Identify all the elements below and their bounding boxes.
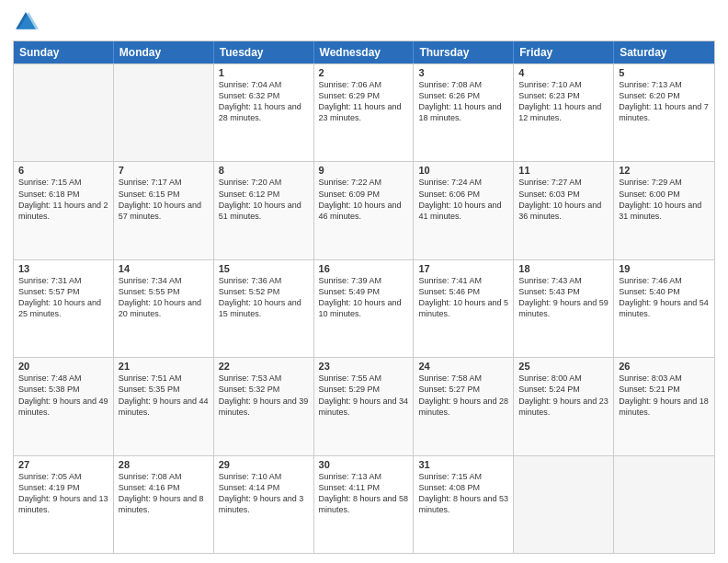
day-info: Sunrise: 7:43 AM Sunset: 5:43 PM Dayligh… <box>518 275 609 320</box>
day-info: Sunrise: 7:41 AM Sunset: 5:46 PM Dayligh… <box>418 275 508 320</box>
day-number: 6 <box>18 165 108 176</box>
day-number: 22 <box>219 361 309 372</box>
calendar-row: 6Sunrise: 7:15 AM Sunset: 6:18 PM Daylig… <box>14 161 714 259</box>
day-number: 4 <box>518 67 609 78</box>
day-cell-29: 29Sunrise: 7:10 AM Sunset: 4:14 PM Dayli… <box>214 456 314 553</box>
day-info: Sunrise: 7:22 AM Sunset: 6:09 PM Dayligh… <box>319 177 409 222</box>
day-number: 16 <box>319 263 409 274</box>
day-cell-6: 6Sunrise: 7:15 AM Sunset: 6:18 PM Daylig… <box>14 162 114 259</box>
day-number: 31 <box>418 459 508 470</box>
day-cell-17: 17Sunrise: 7:41 AM Sunset: 5:46 PM Dayli… <box>414 260 514 357</box>
day-number: 27 <box>18 459 108 470</box>
day-cell-30: 30Sunrise: 7:13 AM Sunset: 4:11 PM Dayli… <box>314 456 415 553</box>
day-info: Sunrise: 7:39 AM Sunset: 5:49 PM Dayligh… <box>319 275 409 320</box>
day-info: Sunrise: 7:10 AM Sunset: 6:23 PM Dayligh… <box>518 79 609 124</box>
day-info: Sunrise: 7:04 AM Sunset: 6:32 PM Dayligh… <box>219 79 309 124</box>
day-info: Sunrise: 7:15 AM Sunset: 4:08 PM Dayligh… <box>418 471 508 516</box>
day-number: 30 <box>319 459 409 470</box>
empty-cell <box>614 456 714 553</box>
day-number: 21 <box>119 361 209 372</box>
day-number: 2 <box>319 67 409 78</box>
day-number: 5 <box>619 67 710 78</box>
day-cell-23: 23Sunrise: 7:55 AM Sunset: 5:29 PM Dayli… <box>314 358 415 454</box>
day-info: Sunrise: 7:58 AM Sunset: 5:27 PM Dayligh… <box>418 373 508 418</box>
day-cell-26: 26Sunrise: 8:03 AM Sunset: 5:21 PM Dayli… <box>614 358 714 454</box>
day-number: 15 <box>219 263 309 274</box>
day-number: 26 <box>619 361 710 372</box>
day-number: 9 <box>319 165 409 176</box>
empty-cell <box>514 456 614 553</box>
day-cell-19: 19Sunrise: 7:46 AM Sunset: 5:40 PM Dayli… <box>614 260 714 357</box>
day-number: 17 <box>418 263 508 274</box>
day-cell-27: 27Sunrise: 7:05 AM Sunset: 4:19 PM Dayli… <box>14 456 114 553</box>
day-number: 25 <box>518 361 609 372</box>
day-number: 23 <box>319 361 409 372</box>
day-cell-2: 2Sunrise: 7:06 AM Sunset: 6:29 PM Daylig… <box>314 64 415 161</box>
day-number: 11 <box>518 165 609 176</box>
day-info: Sunrise: 7:29 AM Sunset: 6:00 PM Dayligh… <box>619 177 710 222</box>
day-info: Sunrise: 7:15 AM Sunset: 6:18 PM Dayligh… <box>18 177 108 222</box>
day-cell-13: 13Sunrise: 7:31 AM Sunset: 5:57 PM Dayli… <box>14 260 114 357</box>
day-cell-12: 12Sunrise: 7:29 AM Sunset: 6:00 PM Dayli… <box>614 162 714 259</box>
day-number: 19 <box>619 263 710 274</box>
calendar-row: 13Sunrise: 7:31 AM Sunset: 5:57 PM Dayli… <box>14 259 714 357</box>
day-cell-11: 11Sunrise: 7:27 AM Sunset: 6:03 PM Dayli… <box>514 162 614 259</box>
day-cell-1: 1Sunrise: 7:04 AM Sunset: 6:32 PM Daylig… <box>214 64 314 161</box>
day-cell-5: 5Sunrise: 7:13 AM Sunset: 6:20 PM Daylig… <box>614 64 714 161</box>
day-cell-4: 4Sunrise: 7:10 AM Sunset: 6:23 PM Daylig… <box>514 64 614 161</box>
day-info: Sunrise: 7:13 AM Sunset: 4:11 PM Dayligh… <box>319 471 409 516</box>
day-header-monday: Monday <box>114 41 214 63</box>
day-info: Sunrise: 7:34 AM Sunset: 5:55 PM Dayligh… <box>119 275 209 320</box>
day-info: Sunrise: 7:06 AM Sunset: 6:29 PM Dayligh… <box>319 79 409 124</box>
day-cell-7: 7Sunrise: 7:17 AM Sunset: 6:15 PM Daylig… <box>114 162 214 259</box>
day-number: 1 <box>219 67 309 78</box>
day-cell-24: 24Sunrise: 7:58 AM Sunset: 5:27 PM Dayli… <box>414 358 514 454</box>
day-number: 13 <box>18 263 108 274</box>
day-header-tuesday: Tuesday <box>214 41 314 63</box>
day-info: Sunrise: 7:31 AM Sunset: 5:57 PM Dayligh… <box>18 275 108 320</box>
day-cell-3: 3Sunrise: 7:08 AM Sunset: 6:26 PM Daylig… <box>414 64 514 161</box>
day-header-wednesday: Wednesday <box>314 41 415 63</box>
day-info: Sunrise: 7:20 AM Sunset: 6:12 PM Dayligh… <box>219 177 309 222</box>
calendar-row: 1Sunrise: 7:04 AM Sunset: 6:32 PM Daylig… <box>14 63 714 161</box>
day-number: 8 <box>219 165 309 176</box>
day-cell-9: 9Sunrise: 7:22 AM Sunset: 6:09 PM Daylig… <box>314 162 415 259</box>
empty-cell <box>114 64 214 161</box>
calendar-body: 1Sunrise: 7:04 AM Sunset: 6:32 PM Daylig… <box>14 63 714 553</box>
day-cell-14: 14Sunrise: 7:34 AM Sunset: 5:55 PM Dayli… <box>114 260 214 357</box>
day-number: 24 <box>418 361 508 372</box>
day-info: Sunrise: 7:27 AM Sunset: 6:03 PM Dayligh… <box>518 177 609 222</box>
empty-cell <box>14 64 114 161</box>
day-number: 28 <box>119 459 209 470</box>
header <box>13 9 715 35</box>
logo-icon <box>13 9 39 35</box>
day-info: Sunrise: 7:05 AM Sunset: 4:19 PM Dayligh… <box>18 471 108 516</box>
day-cell-28: 28Sunrise: 7:08 AM Sunset: 4:16 PM Dayli… <box>114 456 214 553</box>
day-info: Sunrise: 7:55 AM Sunset: 5:29 PM Dayligh… <box>319 373 409 418</box>
day-cell-21: 21Sunrise: 7:51 AM Sunset: 5:35 PM Dayli… <box>114 358 214 454</box>
day-number: 29 <box>219 459 309 470</box>
day-info: Sunrise: 7:08 AM Sunset: 4:16 PM Dayligh… <box>119 471 209 516</box>
day-info: Sunrise: 7:51 AM Sunset: 5:35 PM Dayligh… <box>119 373 209 418</box>
day-number: 10 <box>418 165 508 176</box>
day-header-friday: Friday <box>514 41 614 63</box>
calendar: SundayMondayTuesdayWednesdayThursdayFrid… <box>13 40 715 554</box>
day-cell-22: 22Sunrise: 7:53 AM Sunset: 5:32 PM Dayli… <box>214 358 314 454</box>
day-cell-15: 15Sunrise: 7:36 AM Sunset: 5:52 PM Dayli… <box>214 260 314 357</box>
day-number: 20 <box>18 361 108 372</box>
day-cell-18: 18Sunrise: 7:43 AM Sunset: 5:43 PM Dayli… <box>514 260 614 357</box>
day-info: Sunrise: 7:48 AM Sunset: 5:38 PM Dayligh… <box>18 373 108 418</box>
day-info: Sunrise: 8:03 AM Sunset: 5:21 PM Dayligh… <box>619 373 710 418</box>
day-cell-31: 31Sunrise: 7:15 AM Sunset: 4:08 PM Dayli… <box>414 456 514 553</box>
day-info: Sunrise: 7:17 AM Sunset: 6:15 PM Dayligh… <box>119 177 209 222</box>
day-cell-20: 20Sunrise: 7:48 AM Sunset: 5:38 PM Dayli… <box>14 358 114 454</box>
day-header-saturday: Saturday <box>614 41 714 63</box>
logo <box>13 9 42 35</box>
day-cell-16: 16Sunrise: 7:39 AM Sunset: 5:49 PM Dayli… <box>314 260 415 357</box>
day-info: Sunrise: 7:46 AM Sunset: 5:40 PM Dayligh… <box>619 275 710 320</box>
day-cell-25: 25Sunrise: 8:00 AM Sunset: 5:24 PM Dayli… <box>514 358 614 454</box>
day-number: 12 <box>619 165 710 176</box>
day-info: Sunrise: 8:00 AM Sunset: 5:24 PM Dayligh… <box>518 373 609 418</box>
day-info: Sunrise: 7:24 AM Sunset: 6:06 PM Dayligh… <box>418 177 508 222</box>
day-number: 3 <box>418 67 508 78</box>
